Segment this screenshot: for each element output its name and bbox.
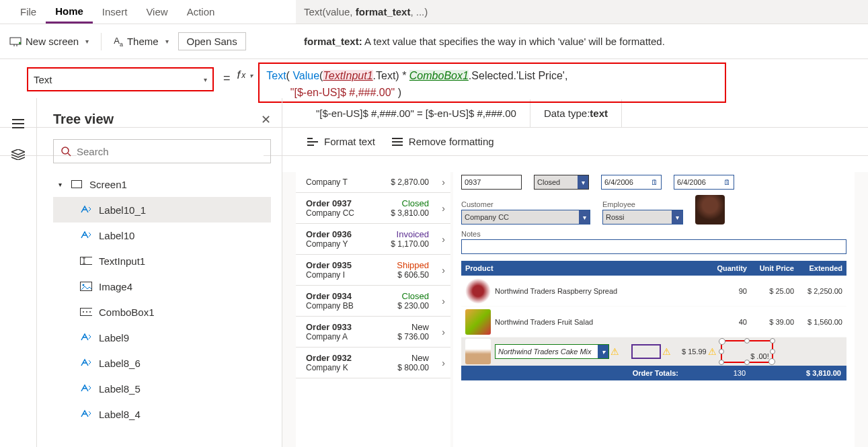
product-line: Northwind Traders Raspberry Spread90$ 25… [461, 276, 846, 307]
order-detail: 0937 Closed 6/4/2006🗓 6/4/2006🗓 Customer… [453, 172, 855, 447]
customer-label: Customer [461, 200, 590, 208]
employee-label: Employee [602, 200, 683, 208]
search-icon [61, 146, 71, 157]
control-icon [80, 384, 92, 393]
product-image [465, 278, 491, 304]
fx-button[interactable]: fx▾ [237, 69, 253, 82]
chevron-right-icon: › [442, 265, 445, 276]
tree-item-label9[interactable]: Label9 [53, 325, 271, 350]
theme-button[interactable]: Aa Theme▾ [104, 24, 177, 58]
control-icon [80, 256, 92, 266]
tree-item-combobox1[interactable]: ComboBox1 [53, 299, 271, 325]
product-image [465, 309, 491, 335]
order-list-item[interactable]: Order 0935Company IShipped$ 606.50› [296, 255, 450, 286]
product-line: Northwind Traders Fruit Salad40$ 39.00$ … [461, 307, 846, 337]
control-icon [80, 358, 92, 368]
remove-formatting-button[interactable]: Remove formatting [391, 136, 494, 147]
menu-file[interactable]: File [11, 0, 46, 24]
signature-help: Text(value, format_text, ...) [304, 6, 428, 17]
chevron-down-icon: ▾ [204, 76, 207, 83]
tree-item-textinput1[interactable]: TextInput1 [53, 248, 271, 274]
warning-icon: ⚠ [708, 346, 717, 357]
hamburger-icon[interactable] [11, 118, 25, 129]
control-icon [80, 231, 92, 240]
notes-input[interactable] [461, 239, 846, 254]
tree-search[interactable] [53, 139, 271, 163]
order-list-item[interactable]: Order 0936Company YInvoiced$ 1,170.00› [296, 224, 450, 255]
order-list-item[interactable]: Order 0932Company KNew$ 800.00› [296, 348, 450, 378]
product-combobox[interactable]: Northwind Traders Cake Mix [495, 344, 609, 359]
product-image [465, 339, 491, 364]
layers-icon[interactable] [11, 149, 25, 160]
status-select[interactable]: Closed [534, 175, 589, 190]
control-icon [80, 333, 92, 342]
svg-point-12 [86, 311, 87, 313]
menu-view[interactable]: View [136, 0, 177, 24]
quantity-input[interactable] [631, 344, 661, 359]
chevron-right-icon: › [442, 203, 445, 214]
product-table-header: Product Quantity Unit Price Extended [461, 261, 846, 276]
order-list-item[interactable]: Order 0934Company BBClosed$ 230.00› [296, 286, 450, 317]
tree-item-image4[interactable]: Image4 [53, 274, 271, 299]
menu-action[interactable]: Action [177, 0, 225, 24]
tree-root-screen1[interactable]: ▾ Screen1 [53, 171, 271, 197]
svg-rect-5 [72, 181, 82, 188]
chevron-right-icon: › [442, 296, 445, 307]
equals-label: = [223, 71, 231, 85]
menu-insert[interactable]: Insert [93, 0, 137, 24]
format-icon [307, 138, 319, 146]
screen-icon [71, 179, 83, 189]
order-list-item[interactable]: Order 0937Company CCClosed$ 3,810.00› [296, 193, 450, 224]
svg-line-4 [68, 153, 71, 156]
tree-item-label8_4[interactable]: Label8_4 [53, 401, 271, 427]
notes-label: Notes [461, 230, 846, 238]
new-line-row: Northwind Traders Cake Mix ⚠ ⚠ $ 15.99 ⚠… [461, 337, 846, 366]
new-screen-button[interactable]: New screen▾ [0, 24, 98, 58]
theme-icon: Aa [114, 36, 123, 48]
svg-point-13 [89, 311, 91, 313]
tree-item-label8_5[interactable]: Label8_5 [53, 376, 271, 401]
formula-preview: "[$-en-US]$ #,###.00" = [$-en-US]$ #,###… [303, 99, 530, 127]
order-list-item[interactable]: Order 0933Company ANew$ 736.00› [296, 317, 450, 348]
font-selector[interactable]: Open Sans [178, 32, 246, 50]
customer-select[interactable]: Company CC [461, 210, 590, 225]
unit-price-label: $ 15.99 [682, 348, 707, 356]
tree-item-label10[interactable]: Label10 [53, 222, 271, 248]
date2-input[interactable]: 6/4/2006🗓 [674, 175, 734, 190]
chevron-down-icon: ▾ [85, 38, 89, 45]
search-input[interactable] [77, 146, 264, 157]
chevron-right-icon: › [442, 358, 445, 368]
caret-icon: ▾ [56, 181, 64, 188]
order-totals-row: Order Totals: 130 $ 3,810.00 [461, 366, 846, 380]
chevron-down-icon: ▾ [165, 38, 169, 45]
chevron-down-icon: ▾ [249, 72, 253, 79]
chevron-right-icon: › [442, 327, 445, 337]
date1-input[interactable]: 6/4/2006🗓 [601, 175, 662, 190]
tree-view-title: Tree view [53, 112, 114, 127]
remove-format-icon [391, 138, 403, 146]
format-text-button[interactable]: Format text [307, 136, 375, 147]
selected-label-extended[interactable]: $ .00! [721, 340, 773, 363]
svg-rect-6 [81, 257, 93, 265]
data-type: Data type: text [530, 99, 622, 127]
warning-icon: ⚠ [610, 346, 619, 357]
order-list-item[interactable]: Company T$ 2,870.00› [296, 172, 450, 193]
chevron-right-icon: › [442, 177, 445, 188]
svg-point-9 [83, 284, 85, 286]
chevron-right-icon: › [442, 234, 445, 245]
close-icon[interactable]: ✕ [261, 112, 271, 127]
control-icon [80, 409, 92, 419]
tree-item-label10_1[interactable]: Label10_1 [53, 197, 271, 222]
orders-list: Company T$ 2,870.00›Order 0937Company CC… [296, 172, 450, 447]
order-number-input[interactable]: 0937 [461, 175, 522, 190]
control-icon [80, 205, 92, 214]
tree-item-label8_6[interactable]: Label8_6 [53, 350, 271, 376]
svg-point-3 [62, 147, 69, 154]
menu-home[interactable]: Home [46, 0, 93, 24]
formula-bar[interactable]: Text( Value(TextInput1.Text) * ComboBox1… [258, 63, 726, 103]
employee-avatar [695, 195, 725, 225]
svg-point-11 [83, 311, 84, 313]
control-icon [80, 282, 92, 291]
property-selector[interactable]: Text ▾ [27, 67, 214, 91]
employee-select[interactable]: Rossi [602, 210, 683, 225]
